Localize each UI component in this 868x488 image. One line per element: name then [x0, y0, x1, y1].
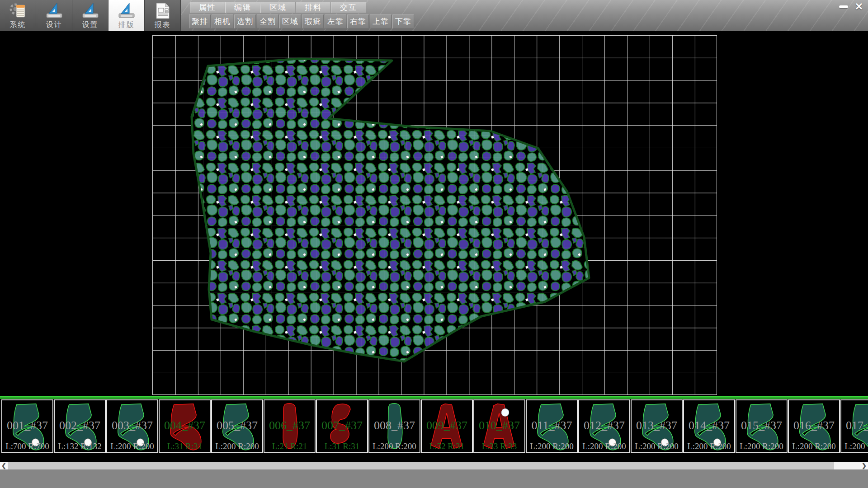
part-id: 009_#37 [422, 418, 472, 432]
part-cell[interactable]: 001_#37 L:700 R:700 [1, 399, 53, 453]
ruler-laptop-icon [81, 1, 99, 20]
part-cell[interactable]: 015_#37 L:200 R:200 [736, 399, 788, 453]
tab-system[interactable]: 系统 [0, 0, 36, 31]
part-lr-count: L:32 R:31 [422, 441, 472, 451]
part-lr-count: L:200 R:200 [527, 441, 577, 451]
part-id: 015_#37 [736, 418, 787, 432]
ruler-laptop-icon [45, 1, 63, 20]
strip-separator-2 [0, 398, 868, 399]
tool-align-right[interactable]: 右靠 [347, 14, 369, 28]
tool-region[interactable]: 区域 [279, 14, 301, 28]
part-lr-count: L:200 R:200 [107, 441, 157, 451]
tab-design[interactable]: 设计 [36, 0, 72, 31]
part-id: 004_#37 [160, 418, 210, 432]
part-id: 017_#37 [841, 418, 868, 432]
part-cell[interactable]: 012_#37 L:200 R:200 [578, 399, 630, 453]
part-lr-count: L:21 R:21 [264, 441, 315, 451]
part-id: 012_#37 [579, 418, 629, 432]
tool-defect[interactable]: 瑕疵 [302, 14, 324, 28]
tool-cluster-nest[interactable]: 聚排 [189, 14, 211, 28]
tool-align-top[interactable]: 上靠 [370, 14, 392, 28]
part-cell[interactable]: 002_#37 L:132 R:132 [54, 399, 106, 453]
minimize-button[interactable] [837, 2, 850, 12]
gear-notebook-icon [9, 1, 27, 20]
part-id: 011_#37 [527, 418, 577, 432]
app-window: 系统 设计 设置 [0, 0, 868, 488]
close-button[interactable]: ✕ [853, 2, 865, 12]
menu-edit[interactable]: 编辑 [225, 2, 260, 13]
toolbar: 系统 设计 设置 [0, 0, 868, 31]
part-lr-count: L:132 R:132 [55, 441, 105, 451]
part-cell[interactable]: 004_#37 L:31 R:31 [159, 399, 211, 453]
part-cell[interactable]: 003_#37 L:200 R:200 [106, 399, 158, 453]
part-cell[interactable]: 009_#37 L:32 R:31 [421, 399, 473, 453]
part-lr-count: L:200 R:200 [632, 441, 682, 451]
tab-report[interactable]: 报表 [145, 0, 181, 31]
part-lr-count: L:200 R:200 [684, 441, 734, 451]
tool-align-left[interactable]: 左靠 [325, 14, 346, 28]
tool-buttons: 聚排 相机 选割 全割 区域 瑕疵 左靠 右靠 上靠 下靠 [189, 14, 414, 28]
part-lr-count: L:200 R:200 [841, 441, 868, 451]
scroll-left-arrow[interactable]: ❮ [0, 462, 8, 469]
part-id: 001_#37 [2, 418, 52, 432]
tab-settings[interactable]: 设置 [72, 0, 108, 31]
part-cell[interactable]: 017_#37 L:200 R:200 [840, 399, 868, 453]
part-lr-count: L:200 R:200 [579, 441, 629, 451]
parts-strip: 001_#37 L:700 R:700 002_#37 L:132 R:132 … [0, 396, 868, 454]
menu-bar: 属性 编辑 区域 排料 交互 [190, 2, 366, 13]
part-lr-count: L:200 R:200 [369, 441, 420, 451]
tab-label: 报表 [155, 20, 171, 29]
part-cell[interactable]: 011_#37 L:200 R:200 [526, 399, 578, 453]
tool-camera[interactable]: 相机 [212, 14, 233, 28]
ruler-laptop-icon [118, 1, 136, 20]
part-id: 008_#37 [369, 418, 420, 432]
part-id: 007_#37 [317, 418, 367, 432]
part-cell[interactable]: 014_#37 L:200 R:200 [683, 399, 735, 453]
part-id: 005_#37 [212, 418, 262, 432]
part-lr-count: L:33 R:33 [474, 441, 524, 451]
tab-label: 系统 [10, 20, 26, 29]
tab-label: 设计 [46, 20, 62, 29]
main-tabs: 系统 设计 设置 [0, 0, 181, 31]
window-controls: ✕ [837, 2, 865, 12]
part-cell[interactable]: 010_#37 L:33 R:33 [473, 399, 525, 453]
tab-label: 设置 [82, 20, 99, 29]
part-lr-count: L:200 R:200 [789, 441, 839, 451]
part-id: 002_#37 [55, 418, 105, 432]
part-id: 013_#37 [632, 418, 682, 432]
part-cell[interactable]: 006_#37 L:21 R:21 [264, 399, 316, 453]
parts-list: 001_#37 L:700 R:700 002_#37 L:132 R:132 … [1, 399, 868, 453]
tool-select-cut[interactable]: 选割 [234, 14, 256, 28]
menu-nest[interactable]: 排料 [296, 2, 331, 13]
hide-shape [152, 35, 717, 395]
tool-align-bottom[interactable]: 下靠 [392, 14, 414, 28]
part-cell[interactable]: 016_#37 L:200 R:200 [788, 399, 840, 453]
strip-separator [0, 396, 868, 398]
leather-hide[interactable] [152, 35, 717, 395]
part-id: 016_#37 [789, 418, 839, 432]
scrollbar-thumb[interactable] [8, 462, 834, 469]
status-bar [0, 469, 868, 488]
scroll-right-arrow[interactable]: ❯ [860, 462, 868, 469]
tab-nesting[interactable]: 排版 [108, 0, 145, 31]
part-cell[interactable]: 013_#37 L:200 R:200 [631, 399, 683, 453]
menu-interact[interactable]: 交互 [331, 2, 366, 13]
tab-label: 排版 [118, 20, 135, 29]
part-id: 006_#37 [264, 418, 315, 432]
part-id: 014_#37 [684, 418, 734, 432]
minimize-icon [839, 5, 848, 8]
part-lr-count: L:700 R:700 [2, 441, 52, 451]
part-id: 003_#37 [107, 418, 157, 432]
part-cell[interactable]: 005_#37 L:200 R:200 [211, 399, 263, 453]
close-icon: ✕ [855, 2, 863, 12]
part-lr-count: L:31 R:31 [317, 441, 367, 451]
part-cell[interactable]: 007_#37 L:31 R:31 [316, 399, 368, 453]
horizontal-scrollbar[interactable]: ❮ ❯ [0, 462, 868, 469]
tool-cut-all[interactable]: 全割 [257, 14, 278, 28]
part-lr-count: L:200 R:200 [212, 441, 262, 451]
part-lr-count: L:31 R:31 [160, 441, 210, 451]
report-document-icon [154, 1, 172, 20]
menu-properties[interactable]: 属性 [190, 2, 225, 13]
part-cell[interactable]: 008_#37 L:200 R:200 [368, 399, 420, 453]
menu-region[interactable]: 区域 [260, 2, 296, 13]
